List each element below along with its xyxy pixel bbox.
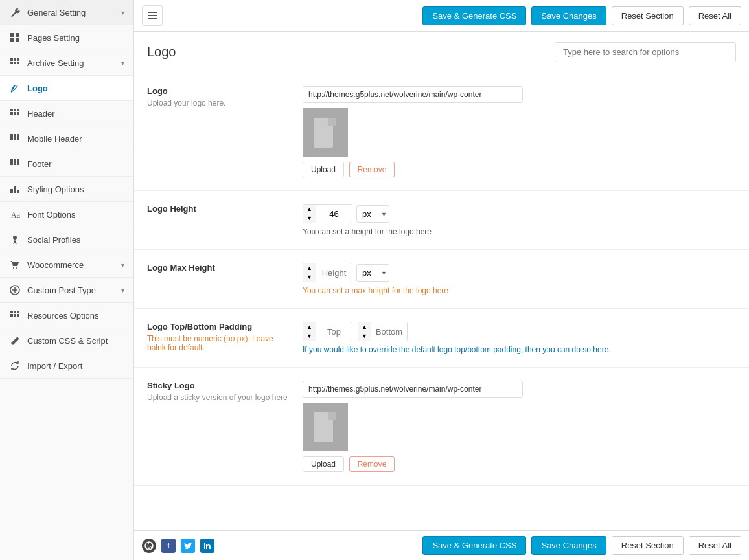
sticky-logo-upload-button[interactable]: Upload [303, 456, 344, 472]
logo-top-padding-input[interactable] [316, 324, 352, 340]
svg-rect-40 [17, 314, 19, 317]
sidebar-toggle-button[interactable] [142, 5, 163, 26]
bottom-spinner-up[interactable]: ▲ [358, 322, 371, 331]
sidebar-item-logo[interactable]: Logo [0, 76, 133, 101]
svg-rect-46 [328, 118, 336, 126]
sidebar: General Setting ▾ Pages Setting Archive … [0, 0, 134, 560]
logo-max-height-section: Logo Max Height ▲ ▼ px [134, 250, 749, 309]
top-spinner-up[interactable]: ▲ [303, 322, 316, 331]
sidebar-item-archive-setting[interactable]: Archive Setting ▾ [0, 50, 133, 76]
svg-rect-1 [16, 33, 19, 37]
reset-section-button[interactable]: Reset Section [612, 6, 684, 25]
logo-height-control: ▲ ▼ px em % ▾ [303, 204, 736, 236]
sidebar-item-label: Woocommerce [27, 260, 121, 270]
logo-padding-description: This must be numeric (no px). Leave baln… [147, 334, 290, 352]
sticky-logo-remove-button[interactable]: Remove [349, 456, 395, 472]
sidebar-item-resources-options[interactable]: Resources Options [0, 303, 133, 328]
sidebar-item-footer[interactable]: Footer [0, 151, 133, 177]
logo-bottom-padding-input[interactable] [371, 324, 407, 340]
svg-rect-49 [328, 412, 336, 420]
twitter-icon[interactable] [181, 539, 195, 553]
bottom-spinner-arrows: ▲ ▼ [358, 322, 371, 341]
pencil-icon [9, 335, 21, 346]
search-input[interactable] [555, 42, 736, 62]
logo-remove-button[interactable]: Remove [349, 162, 395, 177]
logo-max-height-spinner: ▲ ▼ [303, 263, 352, 282]
save-generate-css-button[interactable]: Save & Generate CSS [422, 6, 526, 25]
svg-rect-7 [10, 62, 13, 64]
logo-height-unit-select[interactable]: px em % [356, 205, 389, 223]
svg-rect-9 [17, 62, 19, 64]
logo-top-spinner: ▲ ▼ [303, 322, 352, 341]
sidebar-item-label: Custom CSS & Script [27, 336, 124, 346]
svg-rect-5 [14, 58, 16, 61]
logo-upload-button[interactable]: Upload [303, 162, 344, 177]
linkedin-icon[interactable] [200, 539, 214, 553]
sticky-logo-control: Upload Remove [303, 381, 736, 472]
top-toolbar: Save & Generate CSS Save Changes Reset S… [134, 0, 749, 32]
sidebar-item-pages-setting[interactable]: Pages Setting [0, 25, 133, 50]
sidebar-item-label: Logo [27, 84, 124, 93]
facebook-icon[interactable]: f [161, 539, 176, 553]
bottom-spinner-down[interactable]: ▼ [358, 331, 371, 341]
sidebar-item-label: Custom Post Type [27, 286, 121, 295]
bottom-save-generate-css-button[interactable]: Save & Generate CSS [422, 536, 526, 555]
logo-url-input[interactable] [303, 86, 523, 103]
svg-point-31 [16, 267, 17, 269]
svg-rect-27 [17, 162, 19, 165]
spinner-down-button[interactable]: ▼ [303, 214, 316, 223]
top-spinner-down[interactable]: ▼ [303, 331, 316, 341]
svg-rect-0 [10, 33, 14, 37]
sidebar-item-mobile-header[interactable]: Mobile Header [0, 126, 133, 151]
max-height-spinner-down[interactable]: ▼ [303, 273, 316, 282]
logo-max-height-hint: You can set a max height for the logo he… [303, 286, 736, 295]
svg-rect-12 [17, 109, 19, 111]
svg-rect-15 [17, 112, 19, 115]
logo-max-height-unit-select[interactable]: px em % [356, 264, 389, 282]
logo-upload-label-col: Logo Upload your logo here. [147, 86, 290, 177]
sidebar-item-social-profiles[interactable]: Social Profiles [0, 227, 133, 252]
logo-padding-hint: If you would like to override the defaul… [303, 345, 736, 354]
chevron-down-icon: ▾ [121, 287, 124, 294]
resources-icon [9, 309, 21, 321]
bottom-toolbar-social: f [142, 539, 214, 553]
svg-rect-42 [148, 15, 157, 16]
spinner-up-button[interactable]: ▲ [303, 205, 316, 214]
logo-upload-control: Upload Remove [303, 86, 736, 177]
sidebar-item-import-export[interactable]: Import / Export [0, 353, 133, 379]
svg-rect-8 [14, 62, 16, 64]
logo-padding-inputs: ▲ ▼ ▲ ▼ [303, 322, 736, 341]
logo-max-height-number-input[interactable] [316, 265, 352, 281]
sidebar-item-styling-options[interactable]: Styling Options [0, 177, 133, 202]
logo-max-height-label-col: Logo Max Height [147, 263, 290, 295]
facebook-letter: f [167, 541, 170, 550]
max-height-spinner-up[interactable]: ▲ [303, 263, 316, 273]
save-changes-button[interactable]: Save Changes [531, 6, 606, 25]
logo-upload-section: Logo Upload your logo here. Upload Remov… [134, 73, 749, 191]
sidebar-item-header[interactable]: Header [0, 101, 133, 126]
bottom-save-changes-button[interactable]: Save Changes [531, 536, 606, 555]
svg-rect-13 [10, 112, 13, 115]
logo-max-height-unit-wrap: px em % ▾ [356, 264, 389, 282]
content-header: Logo [134, 32, 749, 73]
sidebar-item-label: Import / Export [27, 361, 124, 371]
sidebar-item-custom-css-script[interactable]: Custom CSS & Script [0, 328, 133, 353]
bottom-reset-section-button[interactable]: Reset Section [612, 536, 684, 555]
bottom-reset-all-button[interactable]: Reset All [689, 536, 741, 555]
logo-height-section: Logo Height ▲ ▼ px [134, 191, 749, 250]
sidebar-item-font-options[interactable]: Aa Font Options [0, 202, 133, 227]
sidebar-item-custom-post-type[interactable]: Custom Post Type ▾ [0, 278, 133, 303]
bottom-toolbar: f Save & Generate CSS Save Changes Reset… [134, 530, 749, 560]
sidebar-item-general-setting[interactable]: General Setting ▾ [0, 0, 133, 25]
sidebar-item-woocommerce[interactable]: Woocommerce ▾ [0, 252, 133, 278]
wordpress-icon[interactable] [142, 539, 156, 553]
sticky-logo-section: Sticky Logo Upload a sticky version of y… [134, 368, 749, 486]
logo-height-hint: You can set a height for the logo here [303, 227, 736, 236]
sticky-logo-url-input[interactable] [303, 381, 523, 398]
sidebar-item-label: Styling Options [27, 185, 124, 194]
main-content: Save & Generate CSS Save Changes Reset S… [134, 0, 749, 560]
logo-padding-label-col: Logo Top/Bottom Padding This must be num… [147, 322, 290, 354]
logo-height-number-input[interactable] [316, 206, 352, 222]
reset-all-button[interactable]: Reset All [689, 6, 741, 25]
svg-rect-19 [10, 137, 13, 140]
